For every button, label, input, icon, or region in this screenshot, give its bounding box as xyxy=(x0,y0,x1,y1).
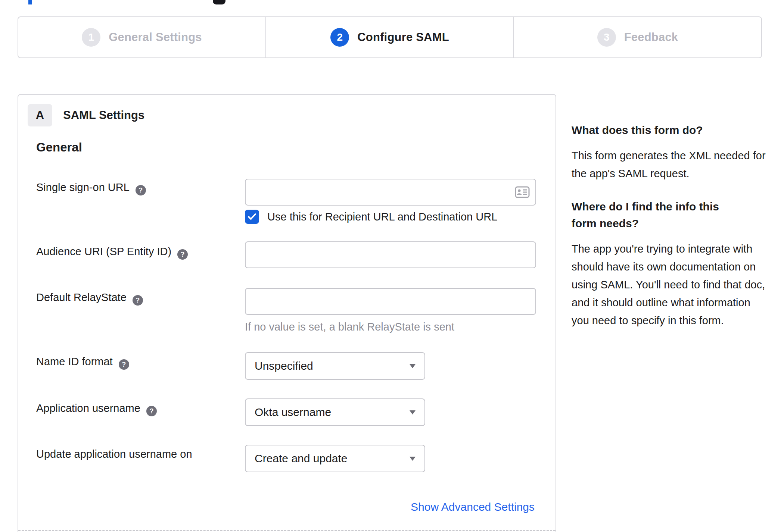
step-label: General Settings xyxy=(109,31,202,44)
recipient-url-checkbox-row: Use this for Recipient URL and Destinati… xyxy=(245,210,497,224)
sidebar-body-what: This form generates the XML needed for t… xyxy=(572,147,766,182)
step-configure-saml[interactable]: 2 Configure SAML xyxy=(265,17,513,57)
sidebar-body-where: The app you're trying to integrate with … xyxy=(572,240,766,329)
top-cutoff-logo-fragment xyxy=(213,0,225,4)
help-icon[interactable]: ? xyxy=(136,185,146,195)
audience-uri-label: Audience URI (SP Entity ID)? xyxy=(36,244,188,260)
step-label: Configure SAML xyxy=(357,31,449,44)
sidebar-heading-where: Where do I find the info this form needs… xyxy=(572,198,743,232)
recipient-url-checkbox[interactable] xyxy=(245,210,259,224)
help-icon[interactable]: ? xyxy=(119,359,129,370)
single-sign-on-url-label: Single sign-on URL? xyxy=(36,180,146,195)
default-relaystate-input[interactable] xyxy=(245,288,536,315)
section-divider-dashed xyxy=(18,530,556,531)
check-icon xyxy=(248,213,256,220)
step-number-badge: 1 xyxy=(82,28,100,47)
chevron-down-icon xyxy=(410,457,416,461)
chevron-down-icon xyxy=(410,364,416,368)
default-relaystate-label: Default RelayState? xyxy=(36,290,143,306)
relaystate-hint: If no value is set, a blank RelayState i… xyxy=(245,321,454,333)
single-sign-on-url-input[interactable] xyxy=(245,179,536,206)
application-username-select[interactable]: Okta username xyxy=(245,398,425,426)
audience-uri-input[interactable] xyxy=(245,241,536,268)
section-a-badge: A xyxy=(28,104,52,126)
help-icon[interactable]: ? xyxy=(177,249,188,260)
top-cutoff-blue-fragment xyxy=(28,0,32,4)
step-number-badge: 2 xyxy=(330,28,349,47)
chevron-down-icon xyxy=(410,410,416,414)
step-number-badge: 3 xyxy=(597,28,616,47)
panel-title: SAML Settings xyxy=(63,104,144,126)
saml-settings-panel: A SAML Settings General Single sign-on U… xyxy=(18,94,556,532)
help-icon[interactable]: ? xyxy=(133,295,143,306)
wizard-stepper: 1 General Settings 2 Configure SAML 3 Fe… xyxy=(18,16,762,58)
page: 1 General Settings 2 Configure SAML 3 Fe… xyxy=(0,0,781,532)
name-id-format-label: Name ID format? xyxy=(36,354,129,370)
update-application-username-label: Update application username on xyxy=(36,447,192,461)
help-sidebar: What does this form do? This form genera… xyxy=(572,122,766,345)
general-section-heading: General xyxy=(36,140,82,154)
step-label: Feedback xyxy=(624,31,678,44)
show-advanced-settings-link[interactable]: Show Advanced Settings xyxy=(411,501,535,513)
sidebar-heading-what: What does this form do? xyxy=(572,122,766,138)
select-value: Create and update xyxy=(255,452,348,465)
update-application-username-select[interactable]: Create and update xyxy=(245,445,425,472)
select-value: Unspecified xyxy=(255,360,313,372)
recipient-url-checkbox-label: Use this for Recipient URL and Destinati… xyxy=(267,211,497,223)
step-feedback[interactable]: 3 Feedback xyxy=(513,17,761,57)
help-icon[interactable]: ? xyxy=(146,406,157,416)
select-value: Okta username xyxy=(255,406,331,419)
step-general-settings[interactable]: 1 General Settings xyxy=(18,17,265,57)
name-id-format-select[interactable]: Unspecified xyxy=(245,352,425,380)
application-username-label: Application username? xyxy=(36,401,157,416)
